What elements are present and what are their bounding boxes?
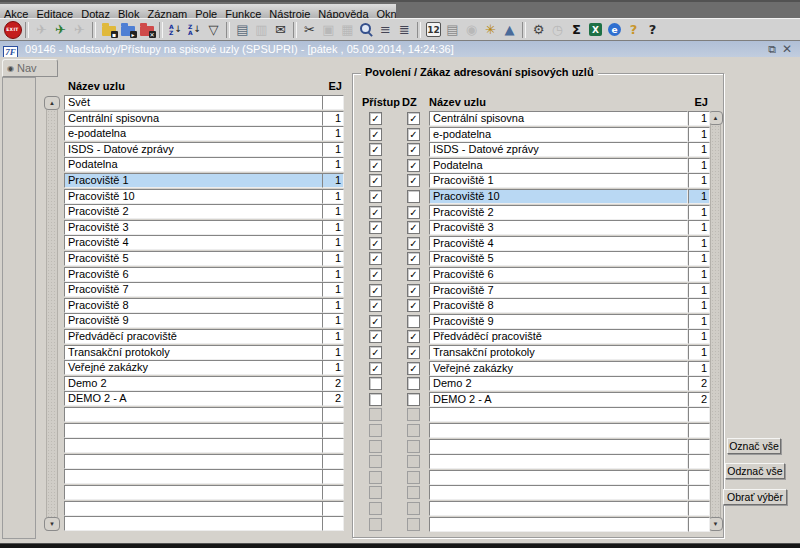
left-ej-field[interactable]: 1 — [322, 173, 344, 188]
right-scroll-up-button[interactable]: ▲ — [708, 111, 723, 125]
left-node-name-field[interactable] — [64, 501, 323, 516]
left-node-name-field[interactable]: Svět — [64, 95, 323, 110]
pristup-checkbox[interactable]: ✓ — [369, 128, 382, 141]
pristup-checkbox[interactable]: ✓ — [369, 159, 382, 172]
cut-icon[interactable]: ✂ — [300, 21, 319, 39]
dz-checkbox[interactable] — [407, 315, 420, 328]
left-ej-field[interactable]: 1 — [322, 313, 344, 328]
execute-query-icon[interactable]: ▸ — [118, 21, 137, 39]
tree-icon[interactable]: ≣ — [395, 21, 414, 39]
left-ej-field[interactable]: 1 — [322, 111, 344, 126]
right-node-name-field[interactable]: e-podatelna — [429, 127, 688, 142]
right-node-name-field[interactable]: Veřejné zakázky — [429, 361, 688, 376]
right-node-name-field[interactable]: DEMO 2 - A — [429, 392, 688, 407]
right-ej-field[interactable]: 1 — [688, 251, 710, 266]
left-scroll-up-button[interactable]: ▲ — [44, 96, 60, 110]
sort-desc-icon[interactable]: ZA↓ — [185, 21, 204, 39]
dz-checkbox[interactable]: ✓ — [407, 252, 420, 265]
right-ej-field[interactable]: 1 — [688, 361, 710, 376]
search-icon[interactable] — [357, 21, 376, 39]
right-node-name-field[interactable]: Pracoviště 3 — [429, 220, 688, 235]
right-node-name-field[interactable]: ISDS - Datové zprávy — [429, 142, 688, 157]
left-node-name-field[interactable]: Pracoviště 3 — [64, 220, 323, 235]
print-icon[interactable]: ▤ — [233, 21, 252, 39]
right-node-name-field[interactable]: Pracoviště 5 — [429, 251, 688, 266]
left-node-name-field[interactable]: Veřejné zakázky — [64, 360, 323, 375]
right-ej-field[interactable]: 1 — [688, 158, 710, 173]
left-node-name-field[interactable]: Centrální spisovna — [64, 111, 323, 126]
left-ej-field[interactable]: 1 — [322, 142, 344, 157]
right-ej-field[interactable] — [688, 454, 710, 469]
right-ej-field[interactable] — [688, 439, 710, 454]
left-node-name-field[interactable]: Podatelna — [64, 157, 323, 172]
right-node-name-field[interactable] — [429, 485, 688, 500]
pristup-checkbox[interactable]: ✓ — [369, 206, 382, 219]
left-node-name-field[interactable] — [64, 516, 323, 531]
dz-checkbox[interactable]: ✓ — [407, 221, 420, 234]
right-ej-field[interactable]: 1 — [688, 267, 710, 282]
pristup-checkbox[interactable]: ✓ — [369, 330, 382, 343]
sort-asc-icon[interactable]: AZ↓ — [166, 21, 185, 39]
list-icon[interactable]: ≡ — [376, 21, 395, 39]
right-node-name-field[interactable] — [429, 407, 688, 422]
pristup-checkbox[interactable]: ✓ — [369, 237, 382, 250]
help-icon[interactable]: ? — [643, 21, 662, 39]
right-ej-field[interactable]: 1 — [688, 345, 710, 360]
left-scroll-down-button[interactable]: ▼ — [44, 517, 60, 531]
pristup-checkbox[interactable]: ✓ — [369, 112, 382, 125]
left-ej-field[interactable]: 1 — [322, 282, 344, 297]
nav-tab[interactable]: ◉Nav — [2, 59, 58, 77]
warning-icon[interactable]: ▲ — [500, 21, 519, 39]
right-node-name-field[interactable] — [429, 423, 688, 438]
browser-icon[interactable]: e — [605, 21, 624, 39]
dz-checkbox[interactable]: ✓ — [407, 299, 420, 312]
dz-checkbox[interactable]: ✓ — [407, 206, 420, 219]
left-node-name-field[interactable]: Transakční protokoly — [64, 345, 323, 360]
right-ej-field[interactable]: 1 — [688, 142, 710, 157]
left-ej-field[interactable]: 1 — [322, 298, 344, 313]
right-node-name-field[interactable] — [429, 470, 688, 485]
left-ej-field[interactable]: 1 — [322, 345, 344, 360]
select-all-button[interactable]: Označ vše — [727, 438, 781, 454]
close-window-button[interactable]: ✕ — [782, 42, 792, 56]
help-topics-icon[interactable]: ? — [624, 21, 643, 39]
left-ej-field[interactable]: 1 — [322, 204, 344, 219]
dz-checkbox[interactable]: ✓ — [407, 346, 420, 359]
right-node-name-field[interactable]: Demo 2 — [429, 376, 688, 391]
right-ej-field[interactable]: 1 — [688, 220, 710, 235]
left-ej-field[interactable] — [322, 516, 344, 531]
right-ej-field[interactable]: 1 — [688, 205, 710, 220]
exit-button[interactable]: EXIT — [3, 21, 22, 39]
left-node-name-field[interactable]: Pracoviště 6 — [64, 267, 323, 282]
right-node-name-field[interactable]: Podatelna — [429, 158, 688, 173]
pristup-checkbox[interactable]: ✓ — [369, 346, 382, 359]
dz-checkbox[interactable]: ✓ — [407, 159, 420, 172]
pristup-checkbox[interactable]: ✓ — [369, 315, 382, 328]
left-ej-field[interactable]: 1 — [322, 251, 344, 266]
right-node-name-field[interactable]: Pracoviště 9 — [429, 314, 688, 329]
deselect-all-button[interactable]: Odznač vše — [725, 463, 785, 479]
right-ej-field[interactable]: 1 — [688, 236, 710, 251]
left-ej-field[interactable]: 2 — [322, 391, 344, 406]
right-ej-field[interactable] — [688, 423, 710, 438]
pristup-checkbox[interactable]: ✓ — [369, 143, 382, 156]
right-node-name-field[interactable] — [429, 454, 688, 469]
document-icon[interactable]: ▤ — [443, 21, 462, 39]
left-node-name-field[interactable]: Pracoviště 4 — [64, 235, 323, 250]
left-node-name-field[interactable]: Pracoviště 7 — [64, 282, 323, 297]
left-node-name-field[interactable]: Pracoviště 10 — [64, 189, 323, 204]
left-ej-field[interactable] — [322, 95, 344, 110]
left-ej-field[interactable]: 1 — [322, 329, 344, 344]
right-scrollbar-track[interactable] — [710, 112, 721, 530]
pristup-checkbox[interactable] — [369, 393, 382, 406]
right-node-name-field[interactable]: Centrální spisovna — [429, 111, 688, 126]
left-node-name-field[interactable] — [64, 469, 323, 484]
right-ej-field[interactable]: 1 — [688, 127, 710, 142]
pristup-checkbox[interactable] — [369, 377, 382, 390]
duplicate-record-icon[interactable]: ✈ — [51, 21, 70, 39]
right-ej-field[interactable]: 1 — [688, 329, 710, 344]
right-ej-field[interactable] — [688, 470, 710, 485]
pristup-checkbox[interactable]: ✓ — [369, 284, 382, 297]
dz-checkbox[interactable]: ✓ — [407, 268, 420, 281]
dz-checkbox[interactable]: ✓ — [407, 362, 420, 375]
